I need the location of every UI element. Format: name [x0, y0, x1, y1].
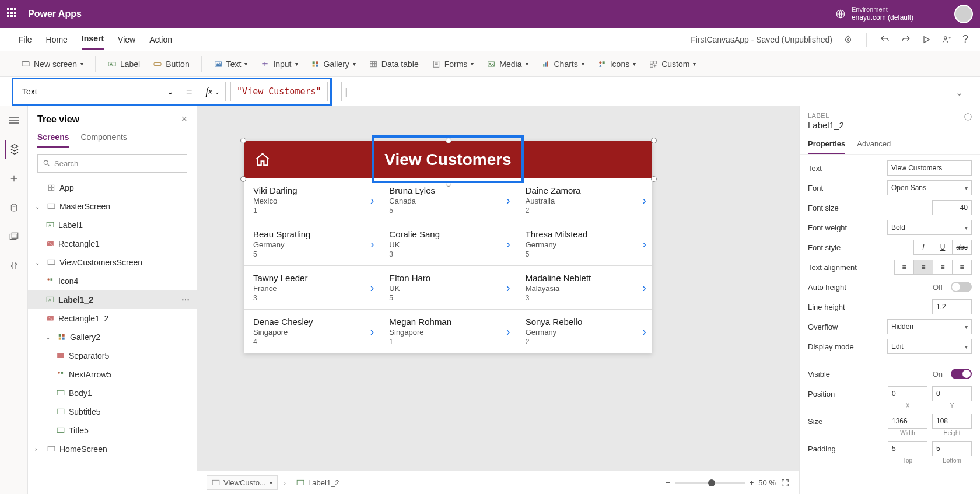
- prop-size-w[interactable]: 1366: [888, 414, 928, 429]
- user-avatar[interactable]: [954, 5, 973, 23]
- tab-advanced[interactable]: Advanced: [857, 135, 891, 154]
- zoom-out[interactable]: −: [666, 478, 670, 487]
- tree-title5[interactable]: Title5: [28, 421, 197, 440]
- tools-pane-icon[interactable]: [5, 257, 23, 275]
- tab-screens[interactable]: Screens: [37, 128, 69, 148]
- more-icon[interactable]: ⋯: [181, 295, 190, 304]
- menu-home[interactable]: Home: [46, 30, 68, 49]
- chevron-right-icon[interactable]: ›: [506, 194, 510, 207]
- tab-components[interactable]: Components: [80, 128, 127, 148]
- datatable-button[interactable]: Data table: [364, 57, 424, 71]
- italic-button[interactable]: I: [914, 240, 933, 255]
- gallery-item[interactable]: Thresa MilsteadGermany5›: [516, 222, 652, 265]
- play-icon[interactable]: [922, 35, 931, 44]
- chevron-right-icon[interactable]: ›: [506, 237, 510, 251]
- media-menu[interactable]: Media ▾: [482, 57, 533, 71]
- tree-separator5[interactable]: Separator5: [28, 346, 197, 365]
- chevron-down-icon[interactable]: ⌄: [956, 87, 963, 98]
- prop-fontsize-input[interactable]: 40: [932, 200, 972, 215]
- prop-fontweight-select[interactable]: Bold▾: [887, 220, 972, 235]
- prop-font-select[interactable]: Open Sans▾: [887, 180, 972, 195]
- data-pane-icon[interactable]: [5, 198, 23, 217]
- strike-button[interactable]: abc: [952, 240, 972, 255]
- label-button[interactable]: Label: [103, 57, 145, 71]
- chevron-right-icon[interactable]: ›: [506, 325, 510, 338]
- gallery-item[interactable]: Megan RohmanSingapore1›: [380, 310, 516, 353]
- forms-menu[interactable]: Forms ▾: [427, 57, 479, 71]
- gallery-item[interactable]: Beau SpratlingGermany5›: [244, 222, 380, 265]
- menu-action[interactable]: Action: [149, 30, 172, 49]
- prop-pos-x[interactable]: 0: [888, 386, 928, 401]
- gallery-item[interactable]: Madaline NeblettMalayasia3›: [516, 266, 652, 309]
- tree-search-input[interactable]: Search: [37, 154, 187, 173]
- gallery-item[interactable]: Daine ZamoraAustralia2›: [516, 178, 652, 222]
- tree-body1[interactable]: Body1: [28, 384, 197, 402]
- zoom-controls[interactable]: − + 50 %: [666, 478, 790, 488]
- align-right[interactable]: ≡: [933, 260, 953, 275]
- redo-icon[interactable]: [901, 34, 911, 45]
- chevron-right-icon[interactable]: ›: [642, 281, 646, 295]
- align-center[interactable]: ≡: [914, 260, 933, 275]
- chevron-right-icon[interactable]: ›: [642, 325, 646, 338]
- waffle-icon[interactable]: [7, 8, 19, 20]
- align-justify[interactable]: ≡: [952, 260, 972, 275]
- gallery-item[interactable]: Denae ChesleySingapore4›: [244, 310, 380, 353]
- help-icon[interactable]: ?: [963, 33, 968, 45]
- gallery-menu[interactable]: Gallery ▾: [306, 57, 360, 71]
- app-checker-icon[interactable]: [843, 34, 853, 45]
- prop-pad-t[interactable]: 5: [888, 441, 928, 456]
- prop-displaymode-select[interactable]: Edit▾: [887, 339, 972, 354]
- chevron-right-icon[interactable]: ›: [506, 281, 510, 295]
- share-icon[interactable]: [942, 34, 952, 45]
- media-pane-icon[interactable]: [5, 227, 23, 246]
- chevron-right-icon[interactable]: ›: [642, 194, 646, 207]
- gallery-item[interactable]: Tawny LeederFrance3›: [244, 266, 380, 309]
- breadcrumb-control[interactable]: Label1_2: [292, 476, 344, 489]
- prop-overflow-select[interactable]: Hidden▾: [887, 319, 972, 334]
- button-button[interactable]: Button: [148, 57, 194, 71]
- close-icon[interactable]: ×: [181, 113, 187, 125]
- gallery-item[interactable]: Sonya RebelloGermany2›: [516, 310, 652, 353]
- gallery-item[interactable]: Viki DarlingMexico1›: [244, 178, 380, 222]
- property-selector[interactable]: Text ⌄: [16, 82, 179, 101]
- insert-pane-icon[interactable]: [5, 169, 23, 188]
- formula-input[interactable]: | ⌄: [341, 82, 968, 101]
- icons-menu[interactable]: Icons ▾: [593, 57, 640, 71]
- menu-file[interactable]: File: [19, 30, 32, 49]
- tab-properties[interactable]: Properties: [808, 135, 845, 154]
- prop-fontstyle-group[interactable]: I U abc: [914, 240, 972, 255]
- input-menu[interactable]: Input ▾: [256, 57, 302, 71]
- chevron-right-icon[interactable]: ›: [370, 237, 374, 251]
- tree-label1-2[interactable]: Label1_2⋯: [28, 290, 197, 309]
- zoom-in[interactable]: +: [750, 478, 754, 487]
- prop-visible-toggle[interactable]: [951, 369, 972, 379]
- text-menu[interactable]: ab Text ▾: [209, 57, 253, 71]
- breadcrumb-screen[interactable]: ViewCusto... ▾: [206, 475, 278, 490]
- menu-view[interactable]: View: [118, 30, 135, 49]
- gallery-item[interactable]: Elton HaroUK5›: [380, 266, 516, 309]
- environment-picker[interactable]: Environment enayu.com (default): [835, 5, 914, 23]
- menu-insert[interactable]: Insert: [82, 29, 104, 50]
- prop-pos-y[interactable]: 0: [932, 386, 972, 401]
- hamburger-icon[interactable]: [5, 111, 23, 129]
- tree-nextarrow5[interactable]: NextArrow5: [28, 365, 197, 384]
- tree-rectangle1-2[interactable]: Rectangle1_2: [28, 309, 197, 328]
- chevron-right-icon[interactable]: ›: [642, 237, 646, 251]
- zoom-slider[interactable]: [675, 482, 745, 484]
- prop-autoheight-toggle[interactable]: [951, 282, 972, 292]
- new-screen-button[interactable]: New screen ▾: [16, 57, 88, 71]
- fit-icon[interactable]: [780, 478, 790, 488]
- tree-view-icon[interactable]: [5, 140, 23, 159]
- align-left[interactable]: ≡: [894, 260, 914, 275]
- undo-icon[interactable]: [880, 34, 890, 45]
- prop-size-h[interactable]: 108: [932, 414, 972, 429]
- tree-gallery2[interactable]: ⌄Gallery2: [28, 328, 197, 346]
- prop-text-input[interactable]: View Customers: [887, 160, 972, 176]
- tree-icon4[interactable]: Icon4: [28, 272, 197, 290]
- tree-subtitle5[interactable]: Subtitle5: [28, 402, 197, 421]
- chevron-right-icon[interactable]: ›: [370, 325, 374, 338]
- tree-viewcustomersscreen[interactable]: ⌄ViewCustomersScreen: [28, 253, 197, 272]
- custom-menu[interactable]: Custom ▾: [644, 57, 701, 71]
- chevron-right-icon[interactable]: ›: [370, 194, 374, 207]
- tree-label1[interactable]: Label1: [28, 216, 197, 234]
